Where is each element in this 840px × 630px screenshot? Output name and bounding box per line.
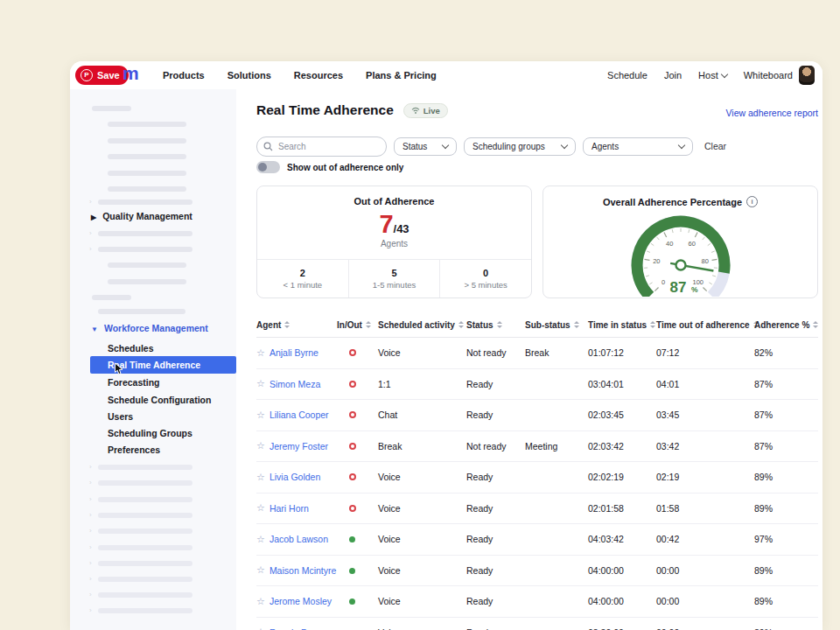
time-in-status-cell: 03:04:01 (588, 379, 656, 389)
agent-name-link[interactable]: Livia Golden (270, 472, 320, 482)
agent-name-link[interactable]: Simon Meza (270, 379, 320, 389)
column-header-time-out-of-adherence[interactable]: Time out of adherence (656, 320, 754, 330)
sidebar-item-forecasting[interactable]: Forecasting (70, 374, 236, 391)
sidebar-item-schedule-configuration[interactable]: Schedule Configuration (70, 391, 236, 409)
breakdown-cell: 2< 1 minute (257, 260, 348, 298)
sidebar-item-schedules[interactable]: Schedules (70, 340, 236, 357)
page-title: Real Time Adherence Live (256, 102, 448, 118)
column-header-time-in-status[interactable]: Time in status (588, 320, 656, 330)
pinterest-save-button[interactable]: P Save (75, 66, 129, 85)
chevron-icon: › (89, 479, 92, 486)
nav-link-solutions[interactable]: Solutions (228, 70, 271, 80)
sort-up-arrow (574, 321, 579, 324)
out-of-adherence-toggle[interactable] (256, 161, 280, 173)
in-out-cell (337, 347, 378, 358)
agent-name-link[interactable]: Jerome Mosley (270, 596, 332, 606)
status-cell: Ready (466, 472, 525, 482)
star-icon[interactable]: ☆ (256, 440, 265, 452)
column-header-status[interactable]: Status (466, 320, 525, 330)
column-header-agent[interactable]: Agent (256, 320, 337, 330)
status-dropdown[interactable]: Status (394, 137, 457, 156)
sidebar-item-scheduling-groups[interactable]: Scheduling Groups (70, 424, 236, 442)
agent-name-link[interactable]: Hari Horn (270, 503, 309, 514)
sidebar-item-users[interactable]: Users (70, 408, 236, 425)
star-icon[interactable]: ☆ (256, 472, 265, 483)
star-icon[interactable]: ☆ (256, 378, 265, 389)
sidebar-skeleton-item (92, 295, 131, 300)
agent-name-link[interactable]: Jacob Lawson (270, 534, 328, 544)
chevron-icon: › (89, 463, 92, 471)
agent-cell: ☆Reggie Pearson (256, 626, 337, 630)
sidebar-skeleton-item (98, 592, 192, 598)
breakdown-cell: 0> 5 minutes (439, 260, 531, 298)
scheduling-groups-dropdown[interactable]: Scheduling groups (464, 137, 576, 156)
agent-name-link[interactable]: Liliana Cooper (270, 410, 329, 420)
time-out-of-adherence-cell: 03:45 (656, 410, 754, 420)
nav-link-host[interactable]: Host (698, 70, 727, 80)
time-out-of-adherence-cell: 01:58 (656, 503, 754, 514)
sidebar-item-quality-management[interactable]: ▶Quality Management (91, 211, 192, 221)
search-input[interactable] (276, 138, 381, 155)
nav-links-left: ProductsSolutionsResourcesPlans & Pricin… (163, 61, 437, 89)
star-icon[interactable]: ☆ (256, 626, 265, 630)
agent-name-link[interactable]: Anjali Byrne (270, 347, 318, 358)
breakdown-label: > 5 minutes (464, 280, 507, 290)
star-icon[interactable]: ☆ (256, 596, 265, 607)
agents-dropdown[interactable]: Agents (583, 137, 693, 156)
star-icon[interactable]: ☆ (256, 564, 265, 576)
nav-link-products[interactable]: Products (163, 70, 205, 80)
nav-link-resources[interactable]: Resources (294, 70, 343, 80)
sort-up-arrow (458, 321, 464, 324)
chevron-icon: › (89, 198, 92, 206)
table-header: AgentIn/OutScheduled activityStatusSub-s… (256, 312, 818, 338)
table-row: ☆Jerome MosleyVoiceReady04:00:0000:0089% (256, 586, 818, 618)
breakdown-value: 0 (483, 268, 488, 278)
status-cell: Ready (466, 596, 525, 606)
adherence-cell: 89% (754, 565, 818, 576)
column-header-sub-status[interactable]: Sub-status (525, 320, 588, 330)
time-in-status-cell: 02:01:58 (588, 503, 656, 514)
star-icon[interactable]: ☆ (256, 502, 265, 514)
scheduled-activity-cell: Chat (378, 410, 466, 420)
clear-filters-button[interactable]: Clear (704, 141, 726, 151)
in-out-cell (337, 441, 378, 452)
agent-name-link[interactable]: Jeremy Foster (270, 441, 328, 452)
gauge-unit: % (691, 285, 698, 294)
scheduled-activity-cell: Break (378, 441, 466, 452)
nav-link-plans-pricing[interactable]: Plans & Pricing (366, 70, 437, 80)
in-out-cell (337, 565, 378, 576)
star-icon[interactable]: ☆ (256, 410, 265, 421)
status-cell: Ready (466, 503, 525, 514)
agent-name-link[interactable]: Maison Mcintyre (270, 565, 336, 576)
column-header-in-out[interactable]: In/Out (337, 320, 378, 330)
breakdown-cell: 51-5 minutes (348, 260, 440, 298)
overall-adherence-card: Overall Adherence Percentage i 020406080… (542, 186, 818, 298)
view-adherence-report-link[interactable]: View adherence report (726, 108, 818, 118)
time-in-status-cell: 04:00:00 (588, 596, 656, 606)
gauge-tick-label: 20 (653, 257, 660, 265)
sort-icon (366, 321, 371, 328)
gauge-tick-label: 0 (662, 278, 665, 286)
nav-link-whiteboard[interactable]: Whiteboard (744, 70, 793, 80)
sidebar-skeleton-item (108, 122, 186, 127)
chevron-icon: › (89, 575, 92, 583)
time-out-of-adherence-cell: 04:01 (656, 379, 754, 389)
sidebar-skeleton-item (98, 577, 192, 582)
column-header-adherence-%[interactable]: Adherence % (754, 320, 818, 330)
sidebar-item-preferences[interactable]: Preferences (70, 441, 236, 458)
table-row: ☆Liliana CooperChatReady02:03:4503:4587% (256, 400, 818, 431)
nav-link-join[interactable]: Join (664, 70, 682, 80)
gauge-tick-label: 60 (688, 240, 695, 248)
sidebar-item-workforce-management[interactable]: ▼Workforce Management (91, 323, 208, 333)
miro-logo[interactable]: m (122, 63, 138, 84)
agents-label: Agents (257, 239, 531, 248)
user-avatar[interactable] (799, 66, 815, 85)
status-cell: Not ready (466, 441, 525, 452)
time-out-of-adherence-cell: 03:42 (656, 441, 754, 452)
sidebar-item-real-time-adherence[interactable]: Real Time Adherence (90, 356, 236, 374)
adherence-cell: 89% (754, 472, 818, 482)
star-icon[interactable]: ☆ (256, 534, 265, 545)
star-icon[interactable]: ☆ (256, 347, 265, 359)
nav-link-schedule[interactable]: Schedule (607, 70, 648, 80)
column-header-scheduled-activity[interactable]: Scheduled activity (378, 320, 466, 330)
